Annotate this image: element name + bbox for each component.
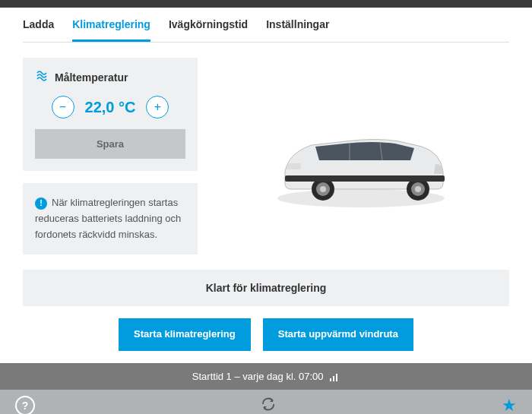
svg-rect-10 (336, 374, 337, 381)
info-text: När klimatregleringen startas reduceras … (35, 197, 181, 240)
tab-charge[interactable]: Ladda (23, 18, 54, 42)
tab-settings[interactable]: Inställningar (266, 18, 329, 42)
star-icon[interactable]: ★ (502, 396, 517, 414)
info-icon: ! (35, 198, 47, 210)
temperature-title: Måltemperatur (55, 71, 128, 84)
refresh-icon[interactable] (260, 396, 277, 414)
top-stripe (0, 0, 532, 8)
tab-bar: Ladda Klimatreglering Ivägkörningstid In… (23, 8, 509, 43)
bottom-toolbar: ? ★ (0, 390, 532, 414)
main-content: Ladda Klimatreglering Ivägkörningstid In… (0, 8, 532, 363)
schedule-icon (329, 372, 340, 381)
car-image (262, 100, 460, 213)
schedule-text: Starttid 1 – varje dag kl. 07:00 (192, 371, 324, 382)
action-buttons: Starta klimatreglering Starta uppvärmd v… (23, 306, 509, 362)
left-column: Måltemperatur − 22,0 °C + Spara !När kli… (23, 58, 198, 254)
status-text: Klart för klimatreglering (206, 282, 327, 294)
help-icon[interactable]: ? (15, 396, 35, 414)
climate-icon (35, 70, 49, 85)
tab-departure[interactable]: Ivägkörningstid (169, 18, 248, 42)
temperature-controls: − 22,0 °C + (35, 96, 185, 119)
svg-point-3 (320, 186, 326, 192)
increase-button[interactable]: + (146, 96, 169, 119)
decrease-button[interactable]: − (52, 96, 74, 119)
svg-rect-9 (333, 376, 334, 381)
schedule-bar[interactable]: Starttid 1 – varje dag kl. 07:00 (0, 363, 532, 390)
tab-climate[interactable]: Klimatreglering (72, 18, 150, 42)
svg-rect-8 (330, 378, 331, 381)
start-climate-button[interactable]: Starta klimatreglering (119, 318, 251, 350)
main-row: Måltemperatur − 22,0 °C + Spara !När kli… (23, 43, 509, 270)
start-windshield-button[interactable]: Starta uppvärmd vindruta (263, 318, 413, 350)
save-button[interactable]: Spara (35, 129, 185, 159)
temperature-value: 22,0 °C (85, 99, 136, 116)
car-image-area (213, 58, 509, 254)
info-card: !När klimatregleringen startas reduceras… (23, 183, 198, 254)
status-bar: Klart för klimatreglering (23, 270, 509, 306)
svg-rect-7 (285, 175, 445, 182)
temperature-card: Måltemperatur − 22,0 °C + Spara (23, 58, 198, 171)
temperature-title-row: Måltemperatur (35, 70, 185, 85)
svg-point-6 (415, 186, 421, 192)
